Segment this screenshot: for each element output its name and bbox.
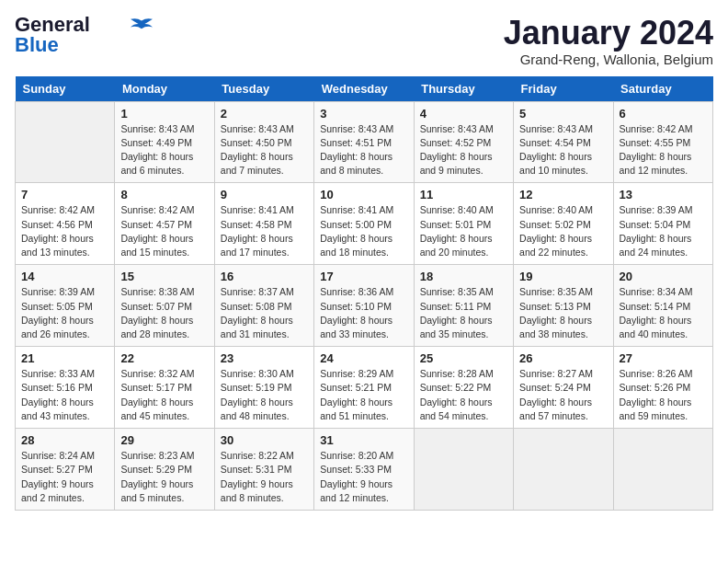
- day-info: Sunrise: 8:36 AM Sunset: 5:10 PM Dayligh…: [320, 285, 407, 341]
- day-info: Sunrise: 8:22 AM Sunset: 5:31 PM Dayligh…: [221, 449, 308, 505]
- day-info: Sunrise: 8:20 AM Sunset: 5:33 PM Dayligh…: [320, 449, 407, 505]
- day-number: 19: [519, 270, 607, 283]
- title-block: January 2024 Grand-Reng, Wallonia, Belgi…: [504, 15, 713, 67]
- day-info: Sunrise: 8:37 AM Sunset: 5:08 PM Dayligh…: [221, 285, 308, 341]
- week-row-2: 14Sunrise: 8:39 AM Sunset: 5:05 PM Dayli…: [16, 265, 713, 347]
- day-info: Sunrise: 8:23 AM Sunset: 5:29 PM Dayligh…: [120, 449, 208, 505]
- day-info: Sunrise: 8:28 AM Sunset: 5:22 PM Dayligh…: [420, 367, 507, 423]
- day-number: 6: [620, 107, 707, 121]
- day-number: 20: [620, 270, 707, 283]
- day-cell: 19Sunrise: 8:35 AM Sunset: 5:13 PM Dayli…: [514, 265, 613, 347]
- day-cell: 29Sunrise: 8:23 AM Sunset: 5:29 PM Dayli…: [115, 429, 214, 511]
- day-cell: [414, 429, 513, 511]
- day-number: 11: [420, 188, 507, 201]
- calendar-header-row: SundayMondayTuesdayWednesdayThursdayFrid…: [16, 76, 713, 102]
- col-header-sunday: Sunday: [16, 76, 115, 102]
- col-header-thursday: Thursday: [414, 76, 513, 102]
- day-cell: 18Sunrise: 8:35 AM Sunset: 5:11 PM Dayli…: [414, 265, 513, 347]
- day-cell: 31Sunrise: 8:20 AM Sunset: 5:33 PM Dayli…: [314, 429, 414, 511]
- day-number: 26: [519, 351, 607, 365]
- day-number: 17: [320, 270, 407, 283]
- day-info: Sunrise: 8:43 AM Sunset: 4:51 PM Dayligh…: [320, 122, 407, 178]
- day-cell: 1Sunrise: 8:43 AM Sunset: 4:49 PM Daylig…: [115, 101, 214, 183]
- day-number: 8: [120, 188, 208, 201]
- day-cell: 8Sunrise: 8:42 AM Sunset: 4:57 PM Daylig…: [115, 183, 214, 265]
- day-info: Sunrise: 8:39 AM Sunset: 5:04 PM Dayligh…: [620, 203, 707, 259]
- day-cell: 7Sunrise: 8:42 AM Sunset: 4:56 PM Daylig…: [16, 183, 115, 265]
- day-info: Sunrise: 8:43 AM Sunset: 4:52 PM Dayligh…: [420, 122, 507, 178]
- col-header-tuesday: Tuesday: [214, 76, 313, 102]
- day-cell: 23Sunrise: 8:30 AM Sunset: 5:19 PM Dayli…: [214, 347, 313, 429]
- day-info: Sunrise: 8:35 AM Sunset: 5:11 PM Dayligh…: [420, 285, 507, 341]
- day-info: Sunrise: 8:42 AM Sunset: 4:55 PM Dayligh…: [620, 122, 707, 178]
- day-cell: 6Sunrise: 8:42 AM Sunset: 4:55 PM Daylig…: [613, 101, 712, 183]
- day-cell: 14Sunrise: 8:39 AM Sunset: 5:05 PM Dayli…: [16, 265, 115, 347]
- day-info: Sunrise: 8:30 AM Sunset: 5:19 PM Dayligh…: [221, 367, 308, 423]
- col-header-monday: Monday: [115, 76, 214, 102]
- logo-bird-icon: [131, 17, 153, 30]
- day-cell: 9Sunrise: 8:41 AM Sunset: 4:58 PM Daylig…: [214, 183, 313, 265]
- day-number: 27: [620, 351, 707, 365]
- col-header-friday: Friday: [514, 76, 613, 102]
- day-number: 25: [420, 351, 507, 365]
- day-info: Sunrise: 8:32 AM Sunset: 5:17 PM Dayligh…: [120, 367, 208, 423]
- day-number: 22: [120, 351, 208, 365]
- day-number: 15: [120, 270, 208, 283]
- day-info: Sunrise: 8:24 AM Sunset: 5:27 PM Dayligh…: [21, 449, 108, 505]
- day-number: 21: [21, 351, 108, 365]
- day-info: Sunrise: 8:41 AM Sunset: 4:58 PM Dayligh…: [221, 203, 308, 259]
- day-number: 13: [620, 188, 707, 201]
- day-cell: [613, 429, 712, 511]
- day-info: Sunrise: 8:39 AM Sunset: 5:05 PM Dayligh…: [21, 285, 108, 341]
- week-row-4: 28Sunrise: 8:24 AM Sunset: 5:27 PM Dayli…: [16, 429, 713, 511]
- day-number: 12: [519, 188, 607, 201]
- day-cell: 15Sunrise: 8:38 AM Sunset: 5:07 PM Dayli…: [115, 265, 214, 347]
- calendar-table: SundayMondayTuesdayWednesdayThursdayFrid…: [15, 76, 713, 511]
- day-info: Sunrise: 8:43 AM Sunset: 4:54 PM Dayligh…: [519, 122, 607, 178]
- day-number: 1: [120, 107, 208, 121]
- day-cell: 2Sunrise: 8:43 AM Sunset: 4:50 PM Daylig…: [214, 101, 313, 183]
- logo-text: General: [15, 15, 90, 35]
- day-cell: [16, 101, 115, 183]
- day-cell: 27Sunrise: 8:26 AM Sunset: 5:26 PM Dayli…: [613, 347, 712, 429]
- day-info: Sunrise: 8:43 AM Sunset: 4:50 PM Dayligh…: [221, 122, 308, 178]
- month-title: January 2024: [504, 15, 713, 52]
- day-number: 14: [21, 270, 108, 283]
- day-number: 29: [120, 433, 208, 447]
- page-header: General Blue January 2024 Grand-Reng, Wa…: [15, 15, 713, 67]
- day-cell: 30Sunrise: 8:22 AM Sunset: 5:31 PM Dayli…: [214, 429, 313, 511]
- day-cell: 20Sunrise: 8:34 AM Sunset: 5:14 PM Dayli…: [613, 265, 712, 347]
- day-info: Sunrise: 8:27 AM Sunset: 5:24 PM Dayligh…: [519, 367, 607, 423]
- day-number: 23: [221, 351, 308, 365]
- day-number: 28: [21, 433, 108, 447]
- day-number: 9: [221, 188, 308, 201]
- col-header-saturday: Saturday: [613, 76, 712, 102]
- day-number: 5: [519, 107, 607, 121]
- day-info: Sunrise: 8:34 AM Sunset: 5:14 PM Dayligh…: [620, 285, 707, 341]
- day-cell: 25Sunrise: 8:28 AM Sunset: 5:22 PM Dayli…: [414, 347, 513, 429]
- day-cell: 4Sunrise: 8:43 AM Sunset: 4:52 PM Daylig…: [414, 101, 513, 183]
- day-cell: 26Sunrise: 8:27 AM Sunset: 5:24 PM Dayli…: [514, 347, 613, 429]
- day-number: 3: [320, 107, 407, 121]
- day-cell: 28Sunrise: 8:24 AM Sunset: 5:27 PM Dayli…: [16, 429, 115, 511]
- day-info: Sunrise: 8:41 AM Sunset: 5:00 PM Dayligh…: [320, 203, 407, 259]
- day-number: 7: [21, 188, 108, 201]
- day-number: 31: [320, 433, 407, 447]
- day-cell: [514, 429, 613, 511]
- day-info: Sunrise: 8:26 AM Sunset: 5:26 PM Dayligh…: [620, 367, 707, 423]
- day-info: Sunrise: 8:40 AM Sunset: 5:02 PM Dayligh…: [519, 203, 607, 259]
- day-cell: 12Sunrise: 8:40 AM Sunset: 5:02 PM Dayli…: [514, 183, 613, 265]
- day-info: Sunrise: 8:35 AM Sunset: 5:13 PM Dayligh…: [519, 285, 607, 341]
- day-cell: 17Sunrise: 8:36 AM Sunset: 5:10 PM Dayli…: [314, 265, 414, 347]
- day-number: 10: [320, 188, 407, 201]
- location-subtitle: Grand-Reng, Wallonia, Belgium: [504, 52, 713, 67]
- day-info: Sunrise: 8:40 AM Sunset: 5:01 PM Dayligh…: [420, 203, 507, 259]
- day-number: 16: [221, 270, 308, 283]
- day-info: Sunrise: 8:43 AM Sunset: 4:49 PM Dayligh…: [120, 122, 208, 178]
- col-header-wednesday: Wednesday: [314, 76, 414, 102]
- day-cell: 13Sunrise: 8:39 AM Sunset: 5:04 PM Dayli…: [613, 183, 712, 265]
- week-row-3: 21Sunrise: 8:33 AM Sunset: 5:16 PM Dayli…: [16, 347, 713, 429]
- week-row-0: 1Sunrise: 8:43 AM Sunset: 4:49 PM Daylig…: [16, 101, 713, 183]
- day-info: Sunrise: 8:38 AM Sunset: 5:07 PM Dayligh…: [120, 285, 208, 341]
- day-info: Sunrise: 8:42 AM Sunset: 4:57 PM Dayligh…: [120, 203, 208, 259]
